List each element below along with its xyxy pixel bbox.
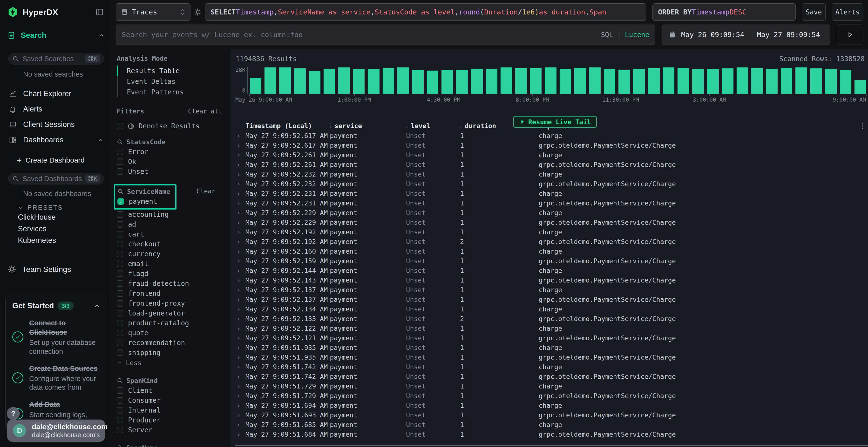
table-row[interactable]: ›May 27 9:09:52.617 AMpaymentUnset1grpc.…	[235, 140, 868, 150]
date-range-picker[interactable]: May 26 09:09:54 - May 27 09:09:54	[661, 25, 830, 45]
histogram-bar[interactable]	[397, 67, 409, 94]
table-row[interactable]: ›May 27 9:09:52.134 AMpaymentUnset1charg…	[235, 304, 868, 314]
facet-option-shipping[interactable]: shipping	[117, 348, 225, 358]
facet-header-spanname[interactable]: SpanName	[117, 443, 225, 447]
expand-row-icon[interactable]: ›	[235, 324, 245, 333]
checklist-item[interactable]: Create Data SourcesConfigure where your …	[12, 364, 100, 392]
checkbox[interactable]	[117, 300, 123, 307]
facet-option-server[interactable]: Server	[117, 425, 225, 435]
expand-row-icon[interactable]: ›	[235, 247, 245, 255]
select-clause-input[interactable]: SELECT Timestamp, ServiceName as service…	[205, 3, 646, 21]
denoise-results-checkbox[interactable]: Denoise Results	[117, 121, 225, 131]
expand-row-icon[interactable]: ›	[235, 170, 245, 178]
expand-row-icon[interactable]: ›	[235, 276, 245, 284]
histogram-bar[interactable]	[737, 67, 748, 94]
histogram-bar[interactable]	[810, 68, 822, 94]
column-resize-handle[interactable]: ⁞	[406, 122, 407, 130]
expand-row-icon[interactable]: ›	[235, 430, 245, 439]
show-less-link[interactable]: Less	[117, 358, 225, 368]
histogram-bar[interactable]	[338, 67, 350, 94]
facet-option-product-catalog[interactable]: product-catalog	[117, 318, 225, 328]
facet-option-currency[interactable]: currency	[117, 249, 225, 259]
table-row[interactable]: ›May 27 9:09:51.935 AMpaymentUnset1charg…	[235, 343, 868, 352]
create-dashboard-button[interactable]: + Create Dashboard	[7, 153, 105, 168]
facet-option-ok[interactable]: Ok	[117, 157, 225, 167]
histogram-bar[interactable]	[265, 67, 276, 94]
histogram-bar[interactable]	[323, 69, 335, 94]
histogram-bar[interactable]	[383, 68, 394, 94]
expand-row-icon[interactable]: ›	[235, 305, 245, 313]
alerts-button[interactable]: Alerts	[832, 3, 863, 21]
sidebar-item-client-sessions[interactable]: Client Sessions	[7, 117, 105, 132]
saved-dashboards-input[interactable]: Saved Dashboards ⌘K	[8, 173, 104, 184]
orderby-clause-input[interactable]: ORDER BY Timestamp DESC	[652, 3, 796, 21]
checkbox[interactable]	[117, 123, 123, 129]
table-row[interactable]: ›May 27 9:09:51.694 AMpaymentUnset1charg…	[235, 401, 868, 410]
facet-clear-link[interactable]: Clear	[196, 187, 215, 195]
histogram-bar[interactable]	[515, 68, 527, 94]
expand-row-icon[interactable]: ›	[235, 180, 245, 188]
table-row[interactable]: ›May 27 9:09:52.160 AMpaymentUnset1charg…	[235, 246, 868, 256]
checkbox[interactable]	[117, 168, 123, 175]
histogram-bar[interactable]	[456, 70, 468, 94]
histogram-bar[interactable]	[545, 67, 556, 94]
expand-row-icon[interactable]: ›	[235, 363, 245, 371]
histogram-bar[interactable]	[412, 70, 424, 94]
table-row[interactable]: ›May 27 9:09:52.232 AMpaymentUnset1charg…	[235, 169, 868, 179]
sidebar-item-chart-explorer[interactable]: Chart Explorer	[7, 86, 105, 101]
histogram-bar[interactable]	[589, 67, 600, 94]
analysis-mode-event-patterns[interactable]: Event Patterns	[117, 87, 225, 97]
histogram-bar[interactable]	[309, 71, 320, 94]
horizontal-scrollbar[interactable]	[235, 445, 868, 446]
analysis-mode-results-table[interactable]: Results Table	[117, 66, 225, 76]
table-row[interactable]: ›May 27 9:09:51.693 AMpaymentUnset1grpc.…	[235, 410, 868, 420]
help-button[interactable]: ?	[7, 407, 20, 420]
table-row[interactable]: ›May 27 9:09:52.192 AMpaymentUnset1charg…	[235, 227, 868, 237]
resume-live-tail-button[interactable]: Resume Live Tail	[513, 116, 597, 128]
histogram-bar[interactable]	[796, 67, 807, 94]
checkbox[interactable]	[117, 241, 123, 247]
expand-row-icon[interactable]: ›	[235, 334, 245, 342]
expand-row-icon[interactable]: ›	[235, 295, 245, 304]
histogram-bar[interactable]	[471, 69, 483, 94]
expand-row-icon[interactable]: ›	[235, 238, 245, 246]
search-input[interactable]: Search your events w/ Lucene ex. column:…	[116, 25, 655, 45]
expand-row-icon[interactable]: ›	[235, 411, 245, 419]
checkbox[interactable]	[117, 251, 123, 257]
checkbox[interactable]	[117, 231, 123, 238]
table-row[interactable]: ›May 27 9:09:52.232 AMpaymentUnset1grpc.…	[235, 179, 868, 188]
table-row[interactable]: ›May 27 9:09:52.261 AMpaymentUnset1grpc.…	[235, 160, 868, 169]
table-row[interactable]: ›May 27 9:09:51.729 AMpaymentUnset1grpc.…	[235, 391, 868, 401]
table-row[interactable]: ›May 27 9:09:51.935 AMpaymentUnset1grpc.…	[235, 352, 868, 362]
expand-row-icon[interactable]: ›	[235, 161, 245, 169]
checkbox[interactable]	[117, 407, 123, 414]
facet-option-accounting[interactable]: accounting	[117, 209, 225, 219]
expand-row-icon[interactable]: ›	[235, 141, 245, 149]
checkbox[interactable]	[117, 221, 123, 228]
facet-option-client[interactable]: Client	[117, 386, 225, 396]
source-select[interactable]: Traces	[116, 3, 190, 21]
table-row[interactable]: ›May 27 9:09:52.137 AMpaymentUnset1grpc.…	[235, 295, 868, 304]
histogram-bar[interactable]	[368, 69, 379, 94]
checkbox[interactable]	[117, 148, 123, 155]
histogram-bar[interactable]	[279, 67, 291, 94]
facet-option-checkout[interactable]: checkout	[117, 239, 225, 249]
facet-option-internal[interactable]: Internal	[117, 405, 225, 415]
sidebar-collapse-icon[interactable]	[94, 7, 105, 18]
histogram-bar[interactable]	[692, 69, 704, 94]
column-settings-icon[interactable]: ⋮	[859, 122, 866, 130]
facet-option-producer[interactable]: Producer	[117, 415, 225, 425]
checkbox[interactable]	[117, 271, 123, 277]
table-row[interactable]: ›May 27 9:09:52.617 AMpaymentUnset1charg…	[235, 131, 868, 140]
table-row[interactable]: ›May 27 9:09:52.261 AMpaymentUnset1charg…	[235, 150, 868, 160]
column-header-service[interactable]: ⁞service	[330, 122, 406, 130]
checkbox[interactable]	[117, 159, 123, 165]
checkbox[interactable]	[117, 211, 123, 218]
table-row[interactable]: ›May 27 9:09:52.122 AMpaymentUnset1charg…	[235, 323, 868, 333]
checkbox[interactable]	[117, 320, 123, 326]
table-row[interactable]: ›May 27 9:09:52.159 AMpaymentUnset1grpc.…	[235, 256, 868, 266]
histogram-bar[interactable]	[353, 69, 365, 94]
histogram-bar[interactable]	[560, 69, 571, 94]
facet-header-statuscode[interactable]: StatusCode	[117, 137, 225, 147]
checkbox[interactable]	[117, 261, 123, 267]
